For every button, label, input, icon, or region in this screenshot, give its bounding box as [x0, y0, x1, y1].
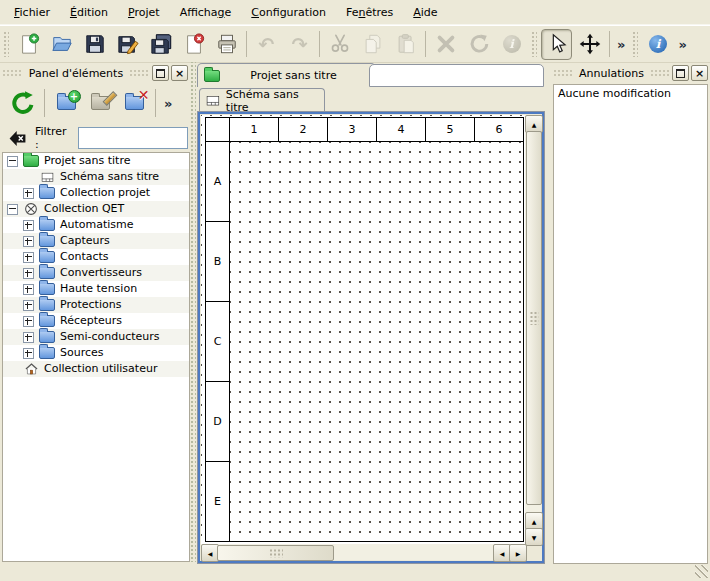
horizontal-scrollbar[interactable]: ◀ ◀ ▶: [201, 544, 525, 560]
tree-item[interactable]: Automatisme: [3, 217, 189, 233]
new-document-button[interactable]: [13, 29, 44, 60]
toolbar-overflow-chevron[interactable]: »: [160, 96, 176, 111]
element-info-button[interactable]: i: [496, 29, 527, 60]
tree-item[interactable]: Sources: [3, 345, 189, 361]
tab-schema[interactable]: Schéma sans titre: [199, 88, 325, 112]
menu-configuration[interactable]: Configuration: [241, 2, 336, 23]
blue-folder-icon: [38, 267, 56, 279]
tree-item[interactable]: Projet sans titre: [3, 153, 189, 169]
dock-handle-texture[interactable]: [2, 69, 23, 78]
grid-corner-cell: [206, 118, 229, 141]
tree-expander[interactable]: [23, 284, 34, 295]
paste-button[interactable]: [390, 29, 421, 60]
save-button[interactable]: [79, 29, 110, 60]
tree-expander[interactable]: [23, 300, 34, 311]
save-all-button[interactable]: [145, 29, 176, 60]
tree-item[interactable]: Protections: [3, 297, 189, 313]
vertical-scrollbar[interactable]: ▲ ▲ ▼: [525, 115, 541, 544]
rotate-button[interactable]: [463, 29, 494, 60]
print-icon: [216, 33, 238, 55]
tree-expander[interactable]: [23, 268, 34, 279]
diagram-scene[interactable]: 123456ABCDE: [201, 115, 525, 544]
dock-float-button[interactable]: [152, 65, 169, 81]
menu-fenetres[interactable]: Fenêtres: [336, 2, 403, 23]
close-document-button[interactable]: [178, 29, 209, 60]
tree-item[interactable]: Collection QET: [3, 201, 189, 217]
tree-expander[interactable]: [23, 332, 34, 343]
tree-expander[interactable]: [23, 348, 34, 359]
open-document-button[interactable]: [46, 29, 77, 60]
grid-interior[interactable]: [230, 142, 523, 541]
menu-aide[interactable]: Aide: [403, 2, 447, 23]
rotate-icon: [468, 33, 490, 55]
menu-fichier[interactable]: Fichier: [4, 2, 60, 23]
edit-category-button[interactable]: [85, 88, 115, 118]
menu-projet[interactable]: Projet: [118, 2, 170, 23]
tree-item[interactable]: Collection projet: [3, 185, 189, 201]
tree-item[interactable]: Récepteurs: [3, 313, 189, 329]
toolbar-overflow-chevron[interactable]: »: [674, 37, 690, 52]
delete-category-button[interactable]: ✕: [119, 88, 149, 118]
thumb-grip: [530, 311, 539, 325]
right-dock-header: Annulations ×: [553, 64, 708, 82]
tree-item[interactable]: Collection utilisateur: [3, 361, 189, 377]
toolbar-overflow-chevron[interactable]: »: [613, 37, 629, 52]
scroll-right-button[interactable]: ▶: [509, 544, 527, 562]
vscroll-thumb[interactable]: [526, 131, 542, 505]
toolbar-separator: [609, 31, 610, 57]
close-document-icon: [183, 33, 205, 55]
move-tool-button[interactable]: [574, 29, 605, 60]
toolbar-handle[interactable]: [632, 31, 638, 57]
redo-button[interactable]: ↷: [284, 29, 315, 60]
dock-close-button[interactable]: ×: [691, 65, 708, 81]
hscroll-thumb[interactable]: [217, 545, 334, 561]
diagram-info-button[interactable]: i: [642, 29, 673, 60]
clear-filter-button[interactable]: [6, 127, 28, 149]
dock-handle-texture[interactable]: [650, 69, 670, 78]
select-tool-button[interactable]: [541, 29, 572, 60]
dock-splitter[interactable]: [189, 62, 196, 562]
dock-close-button[interactable]: ×: [171, 65, 188, 81]
tree-expander[interactable]: [23, 188, 34, 199]
toolbar-handle[interactable]: [3, 31, 9, 57]
print-button[interactable]: [211, 29, 242, 60]
resize-grip[interactable]: [695, 565, 708, 578]
cut-button[interactable]: [324, 29, 355, 60]
filter-input[interactable]: [78, 127, 188, 149]
tree-expander[interactable]: [7, 156, 18, 167]
tree-item[interactable]: Haute tension: [3, 281, 189, 297]
filter-row: Filtrer :: [4, 127, 188, 149]
copy-icon: [362, 33, 384, 55]
tree-item[interactable]: Contacts: [3, 249, 189, 265]
dock-handle-texture[interactable]: [129, 69, 150, 78]
tree-item[interactable]: Capteurs: [3, 233, 189, 249]
undo-history-item[interactable]: Aucune modification: [554, 85, 707, 103]
menu-affichage[interactable]: Affichage: [170, 2, 242, 23]
dock-handle-texture[interactable]: [553, 69, 573, 78]
tree-expander[interactable]: [23, 236, 34, 247]
tree-expander[interactable]: [23, 252, 34, 263]
project-tab-label: Projet sans titre: [226, 69, 375, 82]
dock-float-button[interactable]: [672, 65, 689, 81]
new-category-button[interactable]: +: [51, 88, 81, 118]
tree-expander[interactable]: [7, 204, 18, 215]
tree-expander[interactable]: [23, 316, 34, 327]
tree-item[interactable]: Schéma sans titre: [3, 169, 189, 185]
toolbar-handle[interactable]: [531, 31, 537, 57]
tree-item[interactable]: Semi-conducteurs: [3, 329, 189, 345]
tree-item-label: Contacts: [60, 249, 109, 265]
blue-folder-icon: [38, 251, 56, 263]
blue-folder-icon: [38, 299, 56, 311]
tree-expander[interactable]: [23, 220, 34, 231]
copy-button[interactable]: [357, 29, 388, 60]
qet-icon: [22, 202, 40, 216]
scroll-down-button[interactable]: ▼: [525, 528, 543, 546]
green-folder-icon: [22, 155, 40, 167]
tab-project[interactable]: Projet sans titre: [197, 63, 376, 87]
save-as-button[interactable]: [112, 29, 143, 60]
delete-button[interactable]: [430, 29, 461, 60]
tree-item[interactable]: Convertisseurs: [3, 265, 189, 281]
undo-button[interactable]: ↶: [251, 29, 282, 60]
reload-collections-button[interactable]: [8, 88, 38, 118]
menu-edition[interactable]: Édition: [60, 2, 118, 23]
